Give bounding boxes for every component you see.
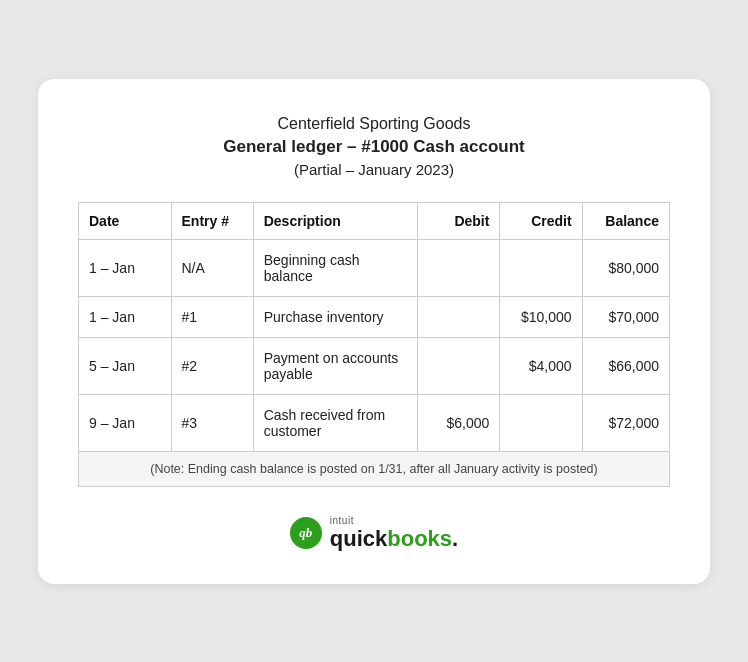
cell-entry: #1 xyxy=(171,296,253,337)
qb-logo-icon xyxy=(290,517,322,549)
cell-balance: $72,000 xyxy=(582,394,669,451)
table-row: 5 – Jan#2Payment on accounts payable$4,0… xyxy=(79,337,670,394)
col-header-credit: Credit xyxy=(500,202,582,239)
cell-balance: $80,000 xyxy=(582,239,669,296)
qb-brand-text: intuit quickbooks. xyxy=(330,515,458,552)
cell-description: Cash received from customer xyxy=(253,394,417,451)
col-header-date: Date xyxy=(79,202,172,239)
main-card: Centerfield Sporting Goods General ledge… xyxy=(38,79,710,584)
table-row: 9 – Jan#3Cash received from customer$6,0… xyxy=(79,394,670,451)
quickbooks-brand: quickbooks. xyxy=(330,526,458,551)
cell-date: 1 – Jan xyxy=(79,239,172,296)
cell-entry: #2 xyxy=(171,337,253,394)
table-row: 1 – JanN/ABeginning cash balance$80,000 xyxy=(79,239,670,296)
col-header-debit: Debit xyxy=(418,202,500,239)
cell-entry: #3 xyxy=(171,394,253,451)
cell-description: Purchase inventory xyxy=(253,296,417,337)
cell-debit xyxy=(418,239,500,296)
general-ledger-table: Date Entry # Description Debit Credit Ba… xyxy=(78,202,670,487)
company-name: Centerfield Sporting Goods xyxy=(78,115,670,133)
col-header-description: Description xyxy=(253,202,417,239)
intuit-label: intuit xyxy=(330,515,458,526)
cell-balance: $70,000 xyxy=(582,296,669,337)
cell-credit: $10,000 xyxy=(500,296,582,337)
period: (Partial – January 2023) xyxy=(78,161,670,178)
cell-debit xyxy=(418,296,500,337)
ledger-title: General ledger – #1000 Cash account xyxy=(78,137,670,157)
cell-debit: $6,000 xyxy=(418,394,500,451)
quickbooks-footer: intuit quickbooks. xyxy=(78,515,670,552)
cell-entry: N/A xyxy=(171,239,253,296)
cell-date: 9 – Jan xyxy=(79,394,172,451)
col-header-entry: Entry # xyxy=(171,202,253,239)
cell-debit xyxy=(418,337,500,394)
cell-credit xyxy=(500,239,582,296)
cell-credit xyxy=(500,394,582,451)
cell-credit: $4,000 xyxy=(500,337,582,394)
col-header-balance: Balance xyxy=(582,202,669,239)
header-section: Centerfield Sporting Goods General ledge… xyxy=(78,115,670,178)
cell-date: 5 – Jan xyxy=(79,337,172,394)
cell-date: 1 – Jan xyxy=(79,296,172,337)
cell-balance: $66,000 xyxy=(582,337,669,394)
note-text: (Note: Ending cash balance is posted on … xyxy=(79,451,670,486)
note-row: (Note: Ending cash balance is posted on … xyxy=(79,451,670,486)
cell-description: Beginning cash balance xyxy=(253,239,417,296)
table-row: 1 – Jan#1Purchase inventory$10,000$70,00… xyxy=(79,296,670,337)
cell-description: Payment on accounts payable xyxy=(253,337,417,394)
